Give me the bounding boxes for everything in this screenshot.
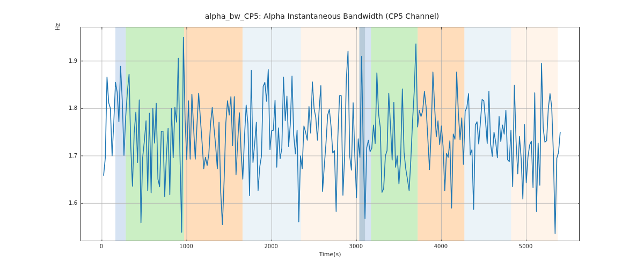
x-tick-label: 5000	[519, 243, 532, 249]
svg-rect-0	[115, 27, 126, 241]
plot-area	[80, 27, 580, 241]
x-tick-label: 1000	[179, 243, 193, 249]
x-axis-label: Time(s)	[80, 251, 580, 258]
axes	[80, 27, 580, 241]
y-tick-label: 1.6	[64, 200, 77, 206]
svg-rect-6	[365, 27, 371, 241]
x-tick-label: 4000	[434, 243, 448, 249]
chart-title: alpha_bw_CP5: Alpha Instantaneous Bandwi…	[0, 12, 644, 20]
y-tick-label: 1.7	[64, 152, 77, 158]
y-tick-label: 1.9	[64, 57, 77, 63]
svg-rect-10	[511, 27, 558, 241]
y-tick-label: 1.8	[64, 105, 77, 111]
svg-rect-2	[184, 27, 243, 241]
x-tick-label: 3000	[349, 243, 363, 249]
y-axis-label: Hz	[54, 0, 62, 134]
figure: alpha_bw_CP5: Alpha Instantaneous Bandwi…	[0, 0, 644, 268]
x-tick-label: 2000	[264, 243, 277, 249]
svg-rect-4	[301, 27, 360, 241]
x-tick-label: 0	[100, 243, 103, 249]
plot-svg	[81, 27, 580, 241]
